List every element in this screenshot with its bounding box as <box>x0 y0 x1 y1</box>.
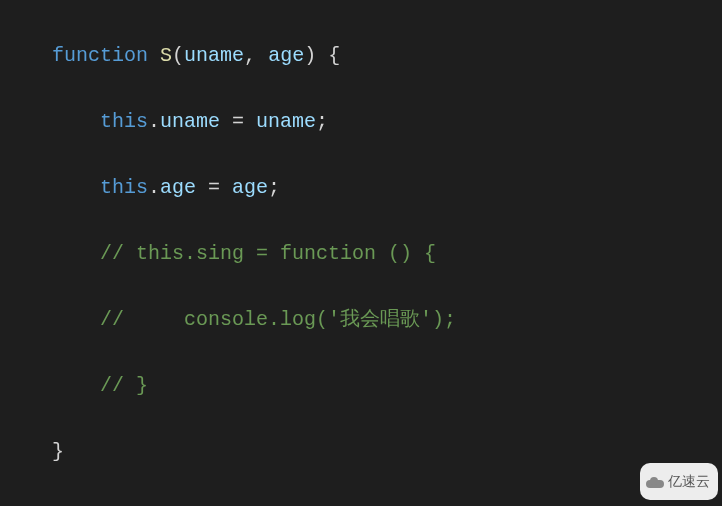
code-line: this.age = age; <box>4 171 722 204</box>
comment: // console.log('我会唱歌'); <box>100 308 456 331</box>
code-line: // this.sing = function () { <box>4 237 722 270</box>
comment: // } <box>100 374 148 397</box>
code-line: S.prototype.sing = function(){ <box>4 501 722 506</box>
watermark-text: 亿速云 <box>668 465 710 498</box>
code-editor[interactable]: function S(uname, age) { this.uname = un… <box>0 0 722 506</box>
code-line: this.uname = uname; <box>4 105 722 138</box>
code-line: } <box>4 435 722 468</box>
watermark-badge: 亿速云 <box>640 463 718 500</box>
code-line: function S(uname, age) { <box>4 39 722 72</box>
comment: // this.sing = function () { <box>100 242 436 265</box>
function-name: S <box>160 44 172 67</box>
code-line: // } <box>4 369 722 402</box>
keyword-this: this <box>100 176 148 199</box>
code-line: // console.log('我会唱歌'); <box>4 303 722 336</box>
keyword-this: this <box>100 110 148 133</box>
keyword-function: function <box>52 44 148 67</box>
cloud-icon <box>646 476 664 488</box>
